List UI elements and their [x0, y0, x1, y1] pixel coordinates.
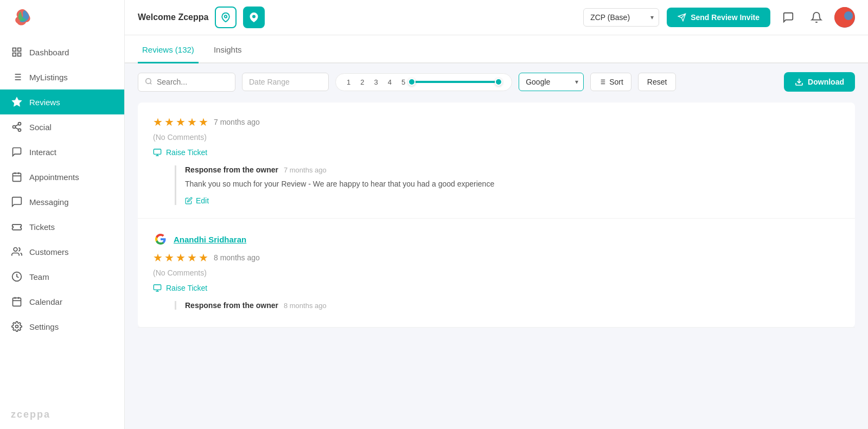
calendar-icon	[11, 296, 23, 308]
star-rating-filter: 1 2 3 4 5	[335, 73, 512, 91]
review-item: ★ ★ ★ ★ ★ 7 months ago (No Comments) Rai…	[138, 103, 855, 219]
grid-icon	[11, 46, 23, 58]
welcome-text: Welcome Zceppa	[138, 12, 208, 22]
toolbar: Date Range 1 2 3 4 5 Goog	[138, 63, 855, 98]
svg-rect-1	[13, 48, 16, 52]
sort-button[interactable]: Sort	[590, 73, 631, 91]
star-numbers: 1 2 3 4 5	[347, 78, 405, 86]
svg-rect-42	[154, 149, 161, 154]
star-num-3: 3	[374, 78, 378, 86]
tab-insights[interactable]: Insights	[209, 35, 246, 63]
svg-point-32	[844, 11, 853, 20]
location-select[interactable]: ZCP (Base)	[583, 8, 659, 27]
sidebar-item-mylistings[interactable]: MyListings	[0, 65, 124, 89]
sidebar-item-customers[interactable]: Customers	[0, 239, 124, 264]
tabs-bar: Reviews (132) Insights	[125, 35, 868, 63]
sidebar-item-label: Tickets	[29, 222, 55, 232]
response-text: Thank you so much for your Review - We a…	[185, 178, 840, 190]
star-icon	[11, 96, 23, 108]
reset-button[interactable]: Reset	[638, 73, 676, 91]
star-3: ★	[176, 116, 186, 129]
header-left: Welcome Zceppa	[138, 7, 265, 28]
raise-ticket-btn[interactable]: Raise Ticket	[153, 148, 207, 157]
svg-point-28	[253, 15, 256, 18]
sidebar-item-label: Messaging	[29, 197, 69, 207]
sidebar-item-label: Settings	[29, 322, 59, 331]
star-num-1: 1	[347, 78, 350, 86]
sidebar-item-label: Social	[29, 123, 52, 132]
review-header: ★ ★ ★ ★ ★ 8 months ago	[153, 251, 840, 264]
reviewer-header: Anandhi Sridharan	[153, 232, 840, 247]
edit-response-btn[interactable]: Edit	[185, 196, 209, 205]
ticket-icon	[11, 221, 23, 233]
notifications-btn[interactable]	[806, 7, 827, 28]
platform-select[interactable]: Google Facebook Yelp	[519, 73, 584, 91]
page-content: Reviews (132) Insights Date Range 1 2 3	[125, 35, 868, 429]
star-2: ★	[164, 251, 174, 264]
response-header: Response from the owner 8 months ago	[185, 301, 840, 310]
slider-fill	[412, 81, 499, 83]
star-num-5: 5	[401, 78, 405, 86]
chat-btn[interactable]	[778, 7, 799, 28]
date-range-placeholder: Date Range	[249, 78, 290, 86]
svg-point-14	[18, 129, 21, 131]
slider-track[interactable]	[412, 81, 499, 83]
sidebar-item-calendar[interactable]: Calendar	[0, 289, 124, 314]
svg-marker-11	[12, 98, 22, 106]
star-rating: ★ ★ ★ ★ ★	[153, 251, 208, 264]
google-icon	[153, 232, 168, 247]
review-header: ★ ★ ★ ★ ★ 7 months ago	[153, 116, 840, 129]
sidebar-item-label: MyListings	[29, 73, 68, 82]
main-content: Welcome Zceppa ZCP (Base) Send Review In…	[125, 0, 868, 429]
star-1: ★	[153, 116, 163, 129]
app-header: Welcome Zceppa ZCP (Base) Send Review In…	[125, 0, 868, 35]
svg-rect-2	[18, 48, 21, 52]
svg-rect-44	[154, 285, 161, 290]
sidebar-item-label: Customers	[29, 247, 69, 257]
sidebar-item-social[interactable]: Social	[0, 114, 124, 139]
star-num-4: 4	[388, 78, 392, 86]
logo-area	[0, 0, 124, 35]
search-box	[138, 73, 235, 92]
reviewer-name[interactable]: Anandhi Sridharan	[174, 235, 246, 244]
send-review-btn[interactable]: Send Review Invite	[667, 8, 770, 27]
svg-rect-3	[18, 53, 21, 56]
sidebar-item-team[interactable]: Team	[0, 264, 124, 289]
review-time: 7 months ago	[214, 118, 260, 126]
platform-select-wrapper: Google Facebook Yelp	[519, 73, 584, 91]
logo	[10, 5, 36, 31]
raise-ticket-btn[interactable]: Raise Ticket	[153, 284, 207, 292]
avatar[interactable]	[834, 7, 855, 28]
location-pin-active-btn[interactable]	[243, 7, 265, 28]
sidebar-item-interact[interactable]: Interact	[0, 139, 124, 164]
sidebar-item-dashboard[interactable]: Dashboard	[0, 40, 124, 65]
slider-handle-right[interactable]	[495, 78, 502, 86]
share-icon	[11, 121, 23, 133]
sidebar-item-settings[interactable]: Settings	[0, 314, 124, 339]
sidebar-item-tickets[interactable]: Tickets	[0, 214, 124, 239]
search-input[interactable]	[157, 78, 222, 86]
sidebar-footer-brand: zceppa	[0, 400, 124, 429]
owner-response: Response from the owner 7 months ago Tha…	[175, 165, 840, 205]
star-num-2: 2	[360, 78, 364, 86]
chat-icon	[11, 196, 23, 208]
list-icon	[11, 71, 23, 83]
svg-point-27	[225, 15, 227, 18]
date-range-picker[interactable]: Date Range	[242, 73, 329, 91]
location-pin-btn[interactable]	[215, 7, 237, 28]
sidebar-item-appointments[interactable]: Appointments	[0, 164, 124, 189]
star-1: ★	[153, 251, 163, 264]
team-icon	[11, 271, 23, 283]
sidebar-item-reviews[interactable]: Reviews	[0, 89, 124, 114]
sidebar-item-label: Team	[29, 272, 49, 281]
star-5: ★	[199, 251, 208, 264]
tab-reviews[interactable]: Reviews (132)	[138, 35, 199, 63]
slider-handle-left[interactable]	[408, 78, 416, 86]
users-icon	[11, 246, 23, 258]
sidebar-item-messaging[interactable]: Messaging	[0, 189, 124, 214]
star-4: ★	[187, 251, 197, 264]
svg-line-34	[150, 82, 152, 84]
response-title: Response from the owner	[185, 301, 278, 310]
svg-point-12	[18, 123, 21, 125]
download-button[interactable]: Download	[784, 72, 855, 92]
